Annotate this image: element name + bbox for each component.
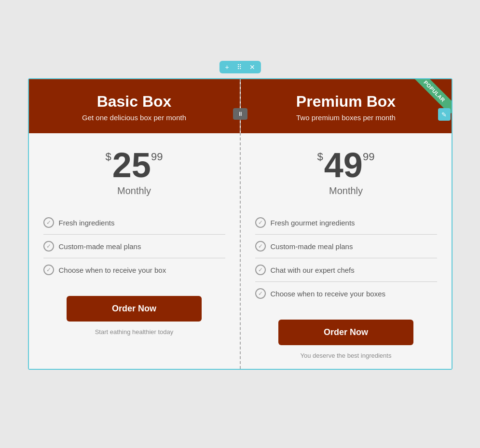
premium-card-subtitle: Two premium boxes per month: [250, 113, 442, 122]
basic-feature-1: ✓ Fresh ingredients: [43, 211, 225, 235]
col-toolbar: ⏸: [233, 108, 247, 120]
basic-price-dollar: $: [106, 152, 111, 162]
basic-card-subtitle: Get one delicious box per month: [39, 113, 230, 122]
check-icon-p1: ✓: [255, 217, 266, 228]
basic-feature-2-text: Custom-made meal plans: [59, 242, 141, 251]
basic-card-title: Basic Box: [39, 93, 230, 111]
premium-price-period: Monthly: [250, 185, 442, 196]
premium-features-list: ✓ Fresh gourmet ingredients ✓ Custom-mad…: [241, 211, 452, 305]
basic-price-section: $ 25 99 Monthly: [29, 133, 240, 206]
col-split-button[interactable]: ⏸: [236, 110, 245, 118]
page-wrapper: + ⠿ ✕ ⏸ ✎ Basic Box Get one delicious bo…: [28, 78, 453, 370]
premium-price-dollar: $: [317, 152, 323, 162]
basic-feature-3-text: Choose when to receive your box: [59, 266, 166, 274]
basic-feature-1-text: Fresh ingredients: [59, 219, 115, 227]
basic-feature-2: ✓ Custom-made meal plans: [43, 235, 225, 258]
pricing-container: ⏸ ✎ Basic Box Get one delicious box per …: [28, 78, 453, 370]
check-icon-3: ✓: [43, 265, 54, 275]
premium-feature-2: ✓ Custom-made meal plans: [255, 235, 437, 258]
basic-order-note: Start eathing healthier today: [43, 328, 225, 336]
add-button[interactable]: +: [223, 63, 231, 71]
premium-price-section: $ 49 99 Monthly: [241, 133, 452, 206]
premium-feature-3: ✓ Chat with our expert chefs: [255, 258, 437, 282]
basic-features-list: ✓ Fresh ingredients ✓ Custom-made meal p…: [29, 211, 240, 281]
premium-feature-4-text: Choose when to receive your boxes: [271, 290, 385, 298]
premium-feature-1-text: Fresh gourmet ingredients: [271, 219, 355, 227]
basic-order-button[interactable]: Order Now: [67, 296, 202, 322]
premium-price-row: $ 49 99: [250, 148, 442, 182]
check-icon-p4: ✓: [255, 288, 266, 299]
premium-feature-3-text: Chat with our expert chefs: [271, 266, 355, 274]
premium-price-cents: 99: [363, 152, 374, 162]
check-icon-p2: ✓: [255, 241, 266, 252]
premium-feature-2-text: Custom-made meal plans: [271, 242, 353, 251]
basic-price-period: Monthly: [39, 185, 230, 196]
basic-order-section: Order Now Start eathing healthier today: [29, 291, 240, 345]
premium-feature-4: ✓ Choose when to receive your boxes: [255, 282, 437, 305]
premium-card: POPULAR Premium Box Two premium boxes pe…: [240, 79, 452, 369]
check-icon-p3: ✓: [255, 265, 266, 275]
basic-price-main: 25: [112, 148, 151, 182]
premium-order-button[interactable]: Order Now: [278, 320, 413, 345]
grid-button[interactable]: ⠿: [235, 63, 244, 71]
basic-card-header: Basic Box Get one delicious box per mont…: [29, 79, 240, 133]
basic-price-cents: 99: [151, 152, 163, 162]
close-button[interactable]: ✕: [247, 63, 257, 71]
basic-price-row: $ 25 99: [39, 148, 230, 182]
check-icon-1: ✓: [43, 217, 54, 228]
premium-feature-1: ✓ Fresh gourmet ingredients: [255, 211, 437, 235]
top-toolbar: + ⠿ ✕: [219, 61, 261, 73]
premium-order-section: Order Now You deserve the best ingredien…: [241, 315, 452, 369]
basic-feature-3: ✓ Choose when to receive your box: [43, 258, 225, 281]
check-icon-2: ✓: [43, 241, 54, 252]
edit-button[interactable]: ✎: [438, 108, 451, 121]
premium-price-main: 49: [324, 148, 363, 182]
premium-order-note: You deserve the best ingredients: [255, 352, 437, 359]
basic-card: Basic Box Get one delicious box per mont…: [29, 79, 240, 369]
